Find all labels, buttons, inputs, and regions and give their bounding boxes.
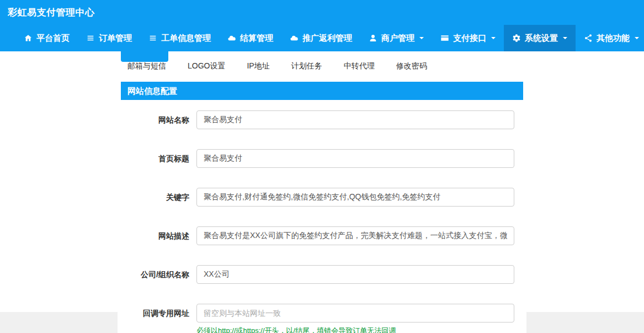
tab-password[interactable]: 修改密码 [396, 60, 427, 71]
nav-item-label: 其他功能 [597, 33, 630, 44]
cloud-icon [227, 34, 236, 43]
input-home-title[interactable] [196, 149, 514, 168]
nav-item-label: 结算管理 [240, 33, 273, 44]
nav-item-other[interactable]: 其他功能 [576, 25, 644, 51]
site-config-form: 网站名称 首页标题 关键字 网站描述 [121, 100, 523, 333]
form-group-keywords: 关键字 [121, 188, 514, 207]
page-header: 彩虹易支付管理中心 平台首页 订单管理 工单信息管理 结算管理 [0, 0, 644, 51]
input-company[interactable] [196, 265, 514, 284]
input-description[interactable] [196, 226, 514, 245]
tab-ip[interactable]: IP地址 [247, 60, 269, 71]
chevron-down-icon [419, 37, 424, 39]
content-card: 邮箱与短信 LOGO设置 IP地址 计划任务 中转代理 修改密码 网站信息配置 … [118, 51, 526, 333]
nav-item-label: 平台首页 [36, 33, 70, 44]
callback-url-help-text: 必须以http://或https://开头，以/结尾，填错会导致订单无法回调 [196, 326, 514, 333]
brand-title: 彩虹易支付管理中心 [8, 6, 95, 19]
form-group-home-title: 首页标题 [121, 149, 514, 168]
gear-icon [512, 34, 521, 43]
list-icon [86, 34, 95, 43]
tab-cron[interactable]: 计划任务 [291, 60, 322, 71]
main-nav: 平台首页 订单管理 工单信息管理 结算管理 推广返利管理 [0, 25, 644, 51]
chevron-down-icon [635, 37, 639, 39]
label-callback-url: 回调专用网址 [121, 304, 189, 323]
credit-card-icon [440, 34, 449, 43]
input-callback-url[interactable] [196, 304, 514, 323]
site-config-panel: 网站信息配置 网站名称 首页标题 关键字 网站 [121, 82, 523, 333]
nav-item-label: 工单信息管理 [161, 33, 211, 44]
nav-item-payment-api[interactable]: 支付接口 [432, 25, 504, 51]
nav-item-settlement[interactable]: 结算管理 [219, 25, 281, 51]
nav-item-tickets[interactable]: 工单信息管理 [140, 25, 219, 51]
form-group-company: 公司/组织名称 [121, 265, 514, 284]
nav-item-label: 商户管理 [381, 33, 414, 44]
label-description: 网站描述 [121, 226, 189, 245]
share-icon [584, 34, 593, 43]
nav-item-label: 支付接口 [453, 33, 486, 44]
label-keywords: 关键字 [121, 188, 189, 207]
form-group-description: 网站描述 [121, 226, 514, 245]
nav-item-label: 系统设置 [525, 33, 558, 44]
cloud-icon [290, 34, 299, 43]
nav-item-merchants[interactable]: 商户管理 [360, 25, 432, 51]
chevron-down-icon [491, 37, 496, 39]
tab-logo[interactable]: LOGO设置 [188, 60, 225, 71]
form-group-callback-url: 回调专用网址 必须以http://或https://开头，以/结尾，填错会导致订… [121, 304, 514, 333]
nav-item-label: 订单管理 [99, 33, 132, 44]
settings-tabs: 邮箱与短信 LOGO设置 IP地址 计划任务 中转代理 修改密码 [121, 51, 523, 71]
nav-item-rebate[interactable]: 推广返利管理 [281, 25, 360, 51]
nav-item-home[interactable]: 平台首页 [15, 25, 78, 51]
nav-item-system-settings[interactable]: 系统设置 [504, 25, 576, 51]
chevron-down-icon [563, 37, 567, 39]
input-site-name[interactable] [196, 110, 514, 129]
brand: 彩虹易支付管理中心 [0, 0, 644, 25]
list-icon [148, 34, 157, 43]
label-home-title: 首页标题 [121, 149, 189, 168]
user-icon [369, 34, 377, 43]
home-icon [24, 34, 33, 43]
nav-item-label: 推广返利管理 [302, 33, 352, 44]
tab-proxy[interactable]: 中转代理 [344, 60, 375, 71]
label-company: 公司/组织名称 [121, 265, 189, 284]
form-group-site-name: 网站名称 [121, 110, 514, 129]
input-keywords[interactable] [196, 188, 514, 207]
panel-title: 网站信息配置 [121, 82, 523, 100]
nav-item-orders[interactable]: 订单管理 [78, 25, 140, 51]
tab-email-sms[interactable]: 邮箱与短信 [127, 60, 166, 71]
label-site-name: 网站名称 [121, 110, 189, 129]
